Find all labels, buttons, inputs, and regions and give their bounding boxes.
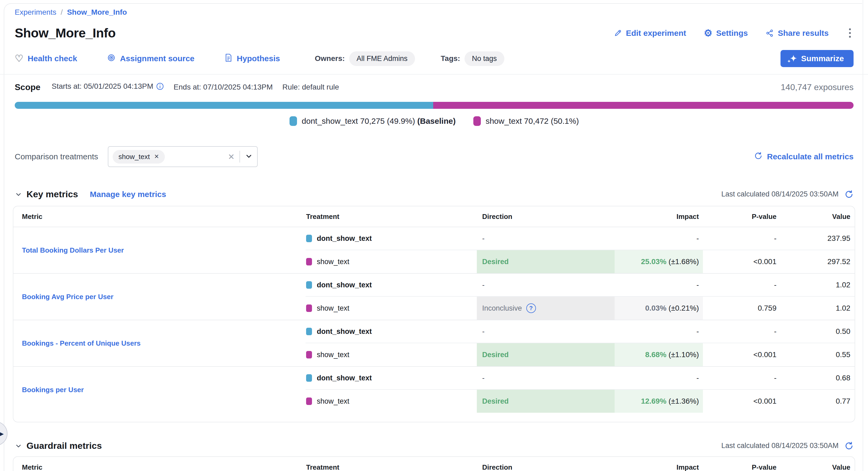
impact-cell: - bbox=[615, 320, 703, 343]
pencil-icon bbox=[614, 29, 622, 37]
breadcrumb-separator: / bbox=[61, 8, 63, 16]
select-divider bbox=[240, 151, 240, 163]
impact-cell: 0.03%(±0.21%) bbox=[615, 297, 703, 320]
manage-key-metrics-link[interactable]: Manage key metrics bbox=[90, 190, 166, 199]
comparison-treatments-label: Comparison treatments bbox=[15, 152, 98, 161]
direction-cell: - bbox=[477, 274, 615, 297]
document-icon bbox=[224, 54, 232, 64]
breadcrumb-experiments[interactable]: Experiments bbox=[15, 8, 57, 16]
treatment-cell: show_text bbox=[306, 297, 477, 320]
scope-starts: Starts at: 05/01/2025 04:13PM bbox=[52, 82, 164, 92]
experiment-page: Experiments / Show_More_Info Show_More_I… bbox=[0, 0, 868, 471]
refresh-icon bbox=[754, 152, 763, 162]
allocation-baseline-segment bbox=[15, 102, 433, 109]
direction-cell: - bbox=[477, 320, 615, 343]
baseline-swatch bbox=[289, 116, 297, 126]
value-cell: 0.55 bbox=[779, 343, 855, 366]
key-metrics-title: Key metrics bbox=[27, 189, 78, 199]
table-header-row: Metric Treatment Direction Impact P-valu… bbox=[13, 457, 855, 471]
header-divider bbox=[0, 74, 868, 75]
tags-label: Tags: bbox=[441, 54, 460, 63]
key-metrics-refresh-icon[interactable] bbox=[844, 190, 854, 199]
treatment-cell: dont_show_text bbox=[306, 320, 477, 343]
impact-cell: 12.69%(±1.36%) bbox=[615, 390, 703, 413]
settings-button[interactable]: ⚙ Settings bbox=[704, 28, 748, 38]
header-actions: Edit experiment ⚙ Settings Share results bbox=[614, 27, 854, 39]
treatment-cell: dont_show_text bbox=[306, 274, 477, 297]
key-metrics-collapse-chevron-icon[interactable] bbox=[15, 191, 22, 198]
comparison-treatments-select[interactable]: show_text ✕ ✕ bbox=[108, 146, 258, 167]
triangle-right-icon: ▶ bbox=[0, 430, 4, 437]
metric-link[interactable]: Booking Avg Price per User bbox=[22, 293, 114, 301]
baseline-swatch bbox=[306, 281, 312, 289]
metric-link[interactable]: Total Booking Dollars Per User bbox=[22, 246, 124, 255]
metric-group: Bookings per User dont_show_text - - - 0… bbox=[13, 366, 855, 413]
p-value-cell: - bbox=[703, 320, 779, 343]
breadcrumb-current[interactable]: Show_More_Info bbox=[67, 8, 127, 16]
direction-cell: - bbox=[477, 367, 615, 390]
p-value-cell: 0.759 bbox=[703, 297, 779, 320]
edit-experiment-button[interactable]: Edit experiment bbox=[614, 29, 686, 38]
value-cell: 237.95 bbox=[779, 227, 855, 250]
info-icon[interactable] bbox=[156, 82, 164, 92]
value-cell: 297.52 bbox=[779, 250, 855, 273]
direction-cell: - bbox=[477, 227, 615, 250]
page-title: Show_More_Info bbox=[15, 26, 116, 40]
metric-group: Booking Avg Price per User dont_show_tex… bbox=[13, 273, 855, 320]
direction-cell: Inconclusive? bbox=[477, 297, 615, 320]
guardrail-collapse-chevron-icon[interactable] bbox=[15, 442, 22, 449]
recalculate-all-metrics-button[interactable]: Recalculate all metrics bbox=[754, 152, 854, 162]
share-results-button[interactable]: Share results bbox=[766, 29, 829, 38]
treatment-cell: dont_show_text bbox=[306, 227, 477, 250]
p-value-cell: <0.001 bbox=[703, 390, 779, 413]
treatment-swatch bbox=[306, 351, 312, 359]
impact-cell: - bbox=[615, 367, 703, 390]
treatment-swatch bbox=[306, 398, 312, 405]
treatment-cell: dont_show_text bbox=[306, 367, 477, 390]
tags-chip[interactable]: No tags bbox=[465, 51, 504, 66]
metric-link[interactable]: Bookings - Percent of Unique Users bbox=[22, 339, 141, 347]
impact-cell: 8.68%(±1.10%) bbox=[615, 343, 703, 366]
allocation-legend: dont_show_text 70,275 (49.9%) (Baseline)… bbox=[15, 116, 854, 126]
legend-item-baseline: dont_show_text 70,275 (49.9%) (Baseline) bbox=[289, 116, 456, 126]
more-options-button[interactable] bbox=[846, 27, 854, 39]
p-value-cell: - bbox=[703, 367, 779, 390]
legend-item-treatment: show_text 70,472 (50.1%) bbox=[473, 116, 579, 126]
treatment-swatch bbox=[306, 304, 312, 312]
allocation-bar bbox=[15, 102, 854, 109]
breadcrumb: Experiments / Show_More_Info bbox=[15, 8, 854, 16]
exposures-count: 140,747 exposures bbox=[781, 82, 854, 92]
metric-link[interactable]: Bookings per User bbox=[22, 386, 84, 394]
value-cell: 1.02 bbox=[779, 274, 855, 297]
treatment-cell: show_text bbox=[306, 390, 477, 413]
chip-remove-icon[interactable]: ✕ bbox=[154, 153, 159, 160]
summarize-button[interactable]: ✦✦ Summarize bbox=[780, 50, 854, 67]
owners-chip[interactable]: All FME Admins bbox=[349, 51, 415, 66]
target-icon bbox=[107, 54, 116, 64]
health-check-link[interactable]: ♡ Health check bbox=[15, 54, 77, 63]
value-cell: 0.50 bbox=[779, 320, 855, 343]
select-clear-icon[interactable]: ✕ bbox=[228, 152, 235, 162]
p-value-cell: - bbox=[703, 227, 779, 250]
scope-ends: Ends at: 07/10/2025 04:13PM bbox=[174, 83, 273, 92]
table-header-row: Metric Treatment Direction Impact P-valu… bbox=[13, 206, 855, 227]
share-icon bbox=[766, 29, 774, 37]
metric-group: Bookings - Percent of Unique Users dont_… bbox=[13, 320, 855, 366]
impact-cell: 25.03%(±1.68%) bbox=[615, 250, 703, 273]
impact-cell: - bbox=[615, 227, 703, 250]
treatment-cell: show_text bbox=[306, 343, 477, 366]
treatment-chip[interactable]: show_text ✕ bbox=[113, 150, 165, 164]
direction-cell: Desired bbox=[477, 250, 615, 273]
guardrail-last-calculated: Last calculated 08/14/2025 03:50AM bbox=[721, 442, 839, 450]
hypothesis-link[interactable]: Hypothesis bbox=[224, 54, 280, 64]
value-cell: 0.68 bbox=[779, 367, 855, 390]
guardrail-refresh-icon[interactable] bbox=[844, 441, 854, 450]
impact-cell: - bbox=[615, 274, 703, 297]
assignment-source-link[interactable]: Assignment source bbox=[107, 54, 194, 64]
direction-cell: Desired bbox=[477, 343, 615, 366]
p-value-cell: <0.001 bbox=[703, 250, 779, 273]
help-icon[interactable]: ? bbox=[526, 303, 536, 313]
scope-rule: Rule: default rule bbox=[282, 83, 339, 92]
chevron-down-icon[interactable] bbox=[245, 152, 253, 161]
p-value-cell: - bbox=[703, 274, 779, 297]
